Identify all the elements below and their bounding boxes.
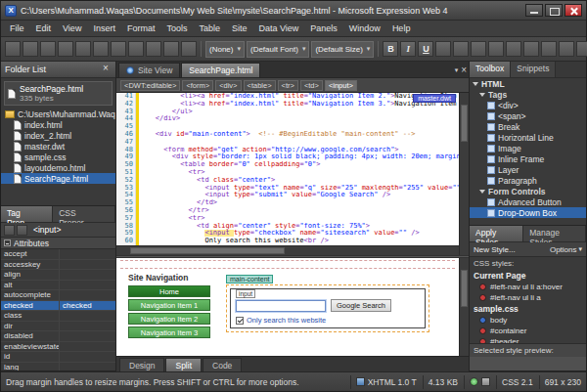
maximize-icon[interactable] [545, 4, 563, 17]
menu-edit[interactable]: Edit [30, 22, 58, 34]
folder-file-sample.css[interactable]: sample.css [1, 152, 115, 162]
doc-tab-site-view[interactable]: Site View [118, 63, 180, 77]
preview-in-browser-icon[interactable] [58, 41, 73, 57]
categorized-icon[interactable] [4, 225, 15, 236]
spellcheck-icon[interactable] [93, 41, 109, 57]
breadcrumb-tr[interactable]: <tr> [278, 80, 298, 91]
toolbox-section-html[interactable]: HTML [470, 78, 586, 89]
tab-manage-styles[interactable]: Manage Styles [523, 226, 586, 241]
toolbox-item--div-[interactable]: <div> [470, 100, 586, 110]
visual-aids-segment[interactable] [464, 375, 490, 389]
align-center-icon[interactable] [453, 41, 469, 57]
design-surface[interactable]: Site Navigation HomeNavigation Item 1Nav… [116, 258, 459, 356]
borders-icon[interactable] [559, 41, 574, 57]
breadcrumb-div[interactable]: <div> [215, 80, 241, 91]
print-icon[interactable] [75, 41, 91, 57]
style-item--left-nav-ul-li-a-hover[interactable]: #left-nav ul li a:hover [470, 282, 586, 292]
numbered-list-icon[interactable] [488, 41, 504, 57]
attribute-row-enableviewstate[interactable]: enableviewstate [1, 342, 115, 353]
increase-indent-icon[interactable] [541, 41, 557, 57]
style-item--header[interactable]: #header [470, 336, 586, 343]
toolbox-item-horizontal-line[interactable]: Horizontal Line [470, 132, 586, 143]
attribute-row-checked[interactable]: checkedchecked [1, 301, 115, 312]
sitesearch-checkbox[interactable] [236, 317, 244, 325]
design-nav-navigation-item-1[interactable]: Navigation Item 1 [128, 299, 210, 311]
toolbox-item-inline-frame[interactable]: Inline Frame [470, 153, 586, 164]
menu-panels[interactable]: Panels [304, 22, 343, 34]
panel-close-icon[interactable] [101, 65, 112, 75]
attribute-row-accept[interactable]: accept [1, 249, 115, 260]
new-style-button[interactable]: New Style... [474, 245, 516, 254]
code-editor[interactable]: 41 <li><a href="index.html" title="Navig… [116, 93, 459, 245]
style-application-icon[interactable] [481, 377, 490, 386]
decrease-indent-icon[interactable] [523, 41, 539, 57]
underline-icon[interactable]: U [418, 41, 433, 57]
menu-tools[interactable]: Tools [160, 22, 193, 34]
breadcrumb-form[interactable]: <form> [182, 80, 213, 91]
cut-icon[interactable] [111, 41, 126, 57]
horizontal-scrollbar[interactable] [116, 245, 459, 255]
attribute-row-lang[interactable]: lang [1, 363, 115, 371]
undo-icon[interactable] [163, 41, 179, 57]
toolbox-item--span-[interactable]: <span> [470, 110, 586, 121]
attributes-section-header[interactable]: Attributes [1, 238, 115, 249]
attribute-row-accesskey[interactable]: accesskey [1, 260, 115, 271]
design-text-input[interactable] [236, 300, 326, 312]
menu-insert[interactable]: Insert [87, 22, 121, 34]
tab-tag-prop-[interactable]: Tag Prop... [1, 206, 53, 222]
tab-close-icon[interactable]: × [461, 66, 467, 74]
doctype-segment[interactable]: XHTML 1.0 T [350, 375, 417, 389]
redo-icon[interactable] [181, 41, 197, 57]
collapse-icon[interactable] [4, 240, 11, 246]
doc-tab-searchpage-html[interactable]: SearchPage.html [181, 63, 260, 77]
design-nav-home[interactable]: Home [128, 285, 210, 297]
attribute-row-alt[interactable]: alt [1, 281, 115, 291]
font-dropdown[interactable]: (Default Font) [247, 41, 309, 58]
margin-handles[interactable] [120, 260, 455, 269]
style-dropdown[interactable]: (None) [205, 41, 245, 58]
style-item-body[interactable]: body [470, 315, 586, 326]
visual-aids-icon[interactable] [470, 377, 478, 386]
design-nav-navigation-item-2[interactable]: Navigation Item 2 [128, 313, 210, 325]
scrollbar-thumb[interactable] [461, 270, 468, 307]
toolbox-group-tags[interactable]: Tags [470, 89, 586, 100]
minimize-icon[interactable] [525, 4, 543, 17]
scrollbar-thumb[interactable] [461, 105, 468, 142]
paste-icon[interactable] [146, 41, 161, 57]
folder-file-index_2.html[interactable]: index_2.html [1, 130, 115, 141]
menu-help[interactable]: Help [386, 22, 417, 34]
breadcrumb-DWTeditable[interactable]: <DWT:editable> [120, 80, 180, 91]
tab-css-proper-[interactable]: CSS Proper... [53, 206, 115, 222]
attribute-row-dir[interactable]: dir [1, 322, 115, 332]
tab-toolbox[interactable]: Toolbox [470, 62, 511, 77]
css-schema-segment[interactable]: CSS 2.1 [496, 375, 533, 389]
menu-format[interactable]: Format [121, 22, 161, 34]
style-item--left-nav-ul-li-a[interactable]: #left-nav ul li a [470, 292, 586, 303]
toolbox-item-image[interactable]: Image [470, 143, 586, 153]
toolbox-item-drop-down-box[interactable]: Drop-Down Box [470, 207, 586, 218]
attribute-row-autocomplete[interactable]: autocomplete [1, 290, 115, 301]
close-icon[interactable] [564, 4, 582, 17]
google-search-button[interactable]: Google Search [331, 299, 391, 312]
size-dropdown[interactable]: (Default Size) [311, 41, 374, 58]
style-item--container[interactable]: #container [470, 326, 586, 336]
vertical-scrollbar[interactable] [459, 93, 469, 255]
breadcrumb-table[interactable]: <table> [244, 80, 276, 91]
tab-list-dropdown-icon[interactable]: ▾ [455, 66, 459, 74]
alphabetical-icon[interactable] [17, 225, 27, 236]
folder-file-index.html[interactable]: index.html [1, 119, 115, 130]
attribute-row-align[interactable]: align [1, 270, 115, 281]
tab-snippets[interactable]: Snippets [511, 62, 556, 77]
attribute-row-id[interactable]: id [1, 352, 115, 363]
toolbox-item-layer[interactable]: Layer [470, 164, 586, 175]
editable-region-tab[interactable]: main-content [226, 275, 273, 283]
options-dropdown[interactable]: Options [550, 245, 582, 254]
menu-window[interactable]: Window [343, 22, 386, 34]
bold-icon[interactable]: B [383, 41, 398, 57]
align-left-icon[interactable] [435, 41, 451, 57]
scrollbar-thumb[interactable] [130, 247, 285, 254]
menu-table[interactable]: Table [193, 22, 226, 34]
folder-root[interactable]: C:\Users\Muhammad.Waqas\Documen [1, 109, 115, 119]
new-document-icon[interactable] [5, 41, 21, 57]
menu-site[interactable]: Site [226, 22, 253, 34]
